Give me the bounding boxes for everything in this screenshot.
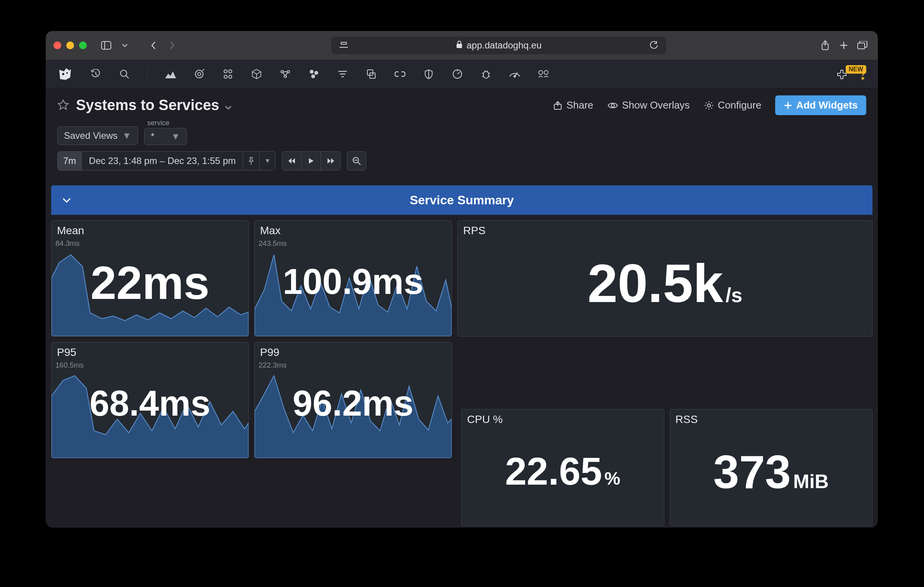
time-row: 7m Dec 23, 1:48 pm – Dec 23, 1:55 pm ▼ [46,149,878,178]
svg-point-14 [198,73,201,76]
profiler-icon[interactable] [452,68,463,80]
reload-button[interactable] [646,38,662,53]
svg-marker-65 [328,158,331,164]
card-title: Mean [52,221,248,237]
svg-point-53 [862,78,864,79]
svg-rect-4 [457,44,462,48]
tab-overview-icon[interactable] [855,38,870,53]
svg-rect-9 [858,43,865,49]
history-icon[interactable] [90,68,102,80]
sidebar-toggle-icon[interactable] [98,38,114,53]
svg-rect-0 [102,41,111,49]
axis-top: 84.3ms [55,239,79,248]
favorite-star-icon[interactable] [57,99,69,112]
step-forward-button[interactable] [321,152,340,170]
card-value: 20.5k/s [588,252,743,315]
debug-icon[interactable] [480,68,492,80]
show-overlays-button[interactable]: Show Overlays [607,99,690,111]
card-value: 68.4ms [90,383,210,424]
rum-icon[interactable] [509,68,521,80]
rss-card[interactable]: RSS 373MiB [670,409,873,526]
filters-row: Saved Views ▼ service * ▼ [46,115,878,149]
card-value: 373MiB [713,445,829,499]
svg-marker-12 [165,71,176,78]
service-filter-dropdown[interactable]: * ▼ [144,128,187,145]
search-icon[interactable] [119,68,130,80]
nav-back-button[interactable] [146,38,161,53]
step-back-button[interactable] [282,152,302,170]
website-settings-icon[interactable] [336,38,352,53]
card-title: P95 [52,342,248,359]
apm-icon[interactable] [365,68,377,80]
chevron-down-icon[interactable] [225,97,232,114]
ci-icon[interactable] [394,68,406,80]
service-filter-label: service [147,119,187,127]
card-title: CPU % [462,409,664,426]
window-minimize-button[interactable] [66,41,74,49]
watchdog-icon[interactable] [193,68,205,80]
new-tab-icon[interactable] [836,38,852,53]
nav-forward-button[interactable] [164,38,180,53]
svg-point-57 [611,104,614,107]
svg-point-17 [229,70,232,73]
cpu-card[interactable]: CPU % 22.65% [461,409,664,526]
svg-line-40 [457,72,460,74]
url-host: app.datadoghq.eu [467,40,542,51]
pin-icon[interactable] [243,152,259,170]
dashboards-icon[interactable] [165,68,176,80]
svg-point-18 [224,75,227,78]
time-range-picker[interactable]: 7m Dec 23, 1:48 pm – Dec 23, 1:55 pm ▼ [57,151,276,171]
svg-point-52 [544,71,548,74]
svg-point-19 [229,75,232,78]
svg-line-11 [126,76,129,78]
lock-icon [456,40,463,51]
safari-titlebar: app.datadoghq.eu [46,31,878,60]
share-icon[interactable] [817,38,833,53]
chevron-down-icon[interactable] [117,38,133,53]
svg-line-28 [286,73,288,75]
infrastructure-icon[interactable] [222,68,234,80]
serverless-icon[interactable] [279,68,291,80]
svg-point-13 [195,70,203,78]
svg-line-22 [257,72,261,74]
security-icon[interactable] [423,68,434,80]
svg-marker-63 [288,158,291,164]
rps-card[interactable]: RPS 20.5k/s [457,220,872,337]
window-close-button[interactable] [53,41,61,49]
svg-marker-62 [292,158,295,164]
containers-icon[interactable] [251,68,262,80]
add-widgets-button[interactable]: Add Widgets [775,95,866,115]
p95-card[interactable]: P95 160.5ms 728µs 68.4ms [51,342,249,458]
mean-card[interactable]: Mean 84.3ms 354µs 22ms [51,220,249,337]
synthetics-icon[interactable] [538,68,549,80]
svg-marker-66 [331,158,334,164]
svg-point-16 [224,70,227,73]
card-title: RPS [458,221,872,237]
zoom-out-button[interactable] [347,151,366,171]
show-overlays-label: Show Overlays [622,99,690,111]
configure-label: Configure [718,99,762,111]
svg-marker-54 [58,100,68,109]
max-card[interactable]: Max 243.5ms 40.2ms 100.9ms [254,220,452,337]
url-bar[interactable]: app.datadoghq.eu [331,36,666,54]
svg-line-21 [252,72,257,74]
window-zoom-button[interactable] [79,41,87,49]
network-icon[interactable] [308,68,320,80]
configure-button[interactable]: Configure [704,99,762,111]
service-summary-banner[interactable]: Service Summary [51,185,872,215]
datadog-logo-icon[interactable] [57,66,73,82]
card-title: Max [255,221,452,237]
svg-line-27 [283,73,285,75]
p99-card[interactable]: P99 222.3ms 1.8ms 96.2ms [254,342,452,458]
svg-point-50 [514,76,515,77]
page-title: Systems to Services [76,97,219,114]
card-value: 22.65% [505,449,620,494]
play-button[interactable] [302,152,321,170]
svg-point-51 [539,71,543,74]
share-button[interactable]: Share [553,99,593,111]
chevron-down-icon[interactable]: ▼ [259,152,275,170]
saved-views-dropdown[interactable]: Saved Views ▼ [57,126,138,145]
share-label: Share [566,99,593,111]
logs-icon[interactable] [337,68,348,80]
svg-point-42 [483,71,489,78]
